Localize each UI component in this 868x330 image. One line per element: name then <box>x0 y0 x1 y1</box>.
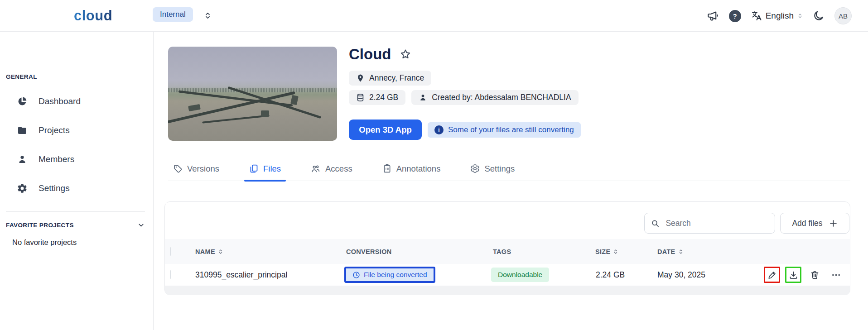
conversion-badge-highlight: File being converted <box>344 267 435 283</box>
column-header-tags[interactable]: TAGS <box>493 248 511 255</box>
people-icon <box>311 164 321 174</box>
sidebar-divider <box>6 211 145 212</box>
language-label: English <box>766 11 794 21</box>
tab-annotations[interactable]: Annotations <box>377 156 446 181</box>
tag-badge: Downloadable <box>491 268 549 282</box>
tab-label: Versions <box>187 164 219 174</box>
tab-bar: Versions Files Access Annotations Settin… <box>168 156 540 181</box>
add-files-label: Add files <box>792 219 822 228</box>
favorites-title: FAVORITE PROJECTS <box>6 222 74 229</box>
avatar[interactable]: AB <box>834 7 852 24</box>
table-row[interactable]: 310995_escalier_principal File being con… <box>165 264 850 286</box>
column-header-date[interactable]: DATE <box>657 248 684 255</box>
sidebar-item-label: Members <box>39 154 74 164</box>
favorites-section-header[interactable]: FAVORITE PROJECTS <box>6 221 145 229</box>
page-title: Cloud <box>349 46 391 63</box>
app-logo[interactable]: cloud <box>74 8 112 24</box>
size-label: 2.24 GB <box>369 93 398 102</box>
tab-label: Access <box>325 164 352 174</box>
tab-files[interactable]: Files <box>244 156 286 181</box>
help-icon[interactable]: ? <box>729 10 741 22</box>
star-icon[interactable] <box>400 48 411 62</box>
top-bar: cloud Internal ? English AB <box>0 0 868 32</box>
location-label: Annecy, France <box>369 73 424 83</box>
unfold-icon[interactable] <box>204 12 212 21</box>
location-pin-icon <box>356 74 365 82</box>
pie-chart-icon <box>17 96 28 107</box>
search-input[interactable] <box>665 219 768 228</box>
plus-icon <box>829 219 838 228</box>
moon-icon[interactable] <box>813 10 825 22</box>
tab-label: Files <box>263 164 281 174</box>
sidebar: GENERAL Dashboard Projects Members <box>0 32 154 330</box>
thumbnail-decoration <box>168 88 337 92</box>
download-icon[interactable] <box>785 267 801 283</box>
created-by-label: Created by: Abdessalam BENCHADLIA <box>432 93 571 102</box>
file-name[interactable]: 310995_escalier_principal <box>195 270 287 280</box>
gear-outline-icon <box>470 164 480 173</box>
more-icon[interactable] <box>828 267 844 283</box>
edit-icon[interactable] <box>764 267 780 283</box>
search-icon <box>651 219 659 228</box>
tab-label: Settings <box>484 164 515 174</box>
project-thumbnail[interactable] <box>168 47 337 141</box>
conversion-status-badge: File being converted <box>346 268 434 281</box>
sidebar-item-label: Dashboard <box>39 96 81 106</box>
row-checkbox[interactable] <box>170 270 171 279</box>
sidebar-item-label: Projects <box>39 125 70 135</box>
files-panel: Add files NAME CONVERSION TAGS SIZE DATE <box>164 201 850 295</box>
search-box <box>644 213 775 234</box>
megaphone-icon[interactable] <box>707 10 719 22</box>
app-window: cloud Internal ? English AB GENERAL <box>0 0 868 330</box>
unfold-icon <box>797 13 803 19</box>
size-badge: 2.24 GB <box>349 90 405 105</box>
column-header-size[interactable]: SIZE <box>595 248 618 255</box>
table-header: NAME CONVERSION TAGS SIZE DATE <box>165 239 850 264</box>
sidebar-item-members[interactable]: Members <box>0 145 153 174</box>
folder-icon <box>17 125 28 136</box>
select-all-checkbox[interactable] <box>170 247 171 256</box>
database-icon <box>356 93 365 102</box>
tab-access[interactable]: Access <box>306 156 357 181</box>
sort-icon <box>218 249 223 255</box>
open-3d-app-button[interactable]: Open 3D App <box>349 120 422 140</box>
chevron-down-icon <box>137 221 145 229</box>
info-icon: i <box>434 125 444 134</box>
clock-icon <box>352 271 360 279</box>
column-header-conversion[interactable]: CONVERSION <box>346 248 392 255</box>
gear-icon <box>17 183 28 194</box>
sidebar-section-general: GENERAL <box>6 73 37 80</box>
workspace-chip[interactable]: Internal <box>153 7 193 22</box>
conversion-status-label: File being converted <box>364 271 427 279</box>
sidebar-item-projects[interactable]: Projects <box>0 116 153 145</box>
file-size: 2.24 GB <box>596 270 625 280</box>
column-header-name[interactable]: NAME <box>195 248 223 255</box>
favorites-empty-text: No favorite projects <box>12 238 77 247</box>
language-selector[interactable]: English <box>751 10 803 21</box>
topbar-actions: ? English AB <box>707 0 852 32</box>
sidebar-item-dashboard[interactable]: Dashboard <box>0 87 153 116</box>
sidebar-nav: Dashboard Projects Members Settings <box>0 87 153 203</box>
location-badge: Annecy, France <box>349 71 431 86</box>
file-date: May 30, 2025 <box>657 270 705 280</box>
tab-versions[interactable]: Versions <box>168 156 224 181</box>
converting-notice: i Some of your files are still convertin… <box>428 122 581 138</box>
translate-icon <box>751 10 762 21</box>
clipboard-icon <box>382 164 392 173</box>
tab-label: Annotations <box>396 164 441 174</box>
table-scrollbar-track[interactable] <box>165 286 850 295</box>
sort-icon <box>613 249 618 255</box>
add-files-button[interactable]: Add files <box>780 213 849 234</box>
sort-icon <box>678 249 684 255</box>
files-icon <box>249 164 259 173</box>
person-icon <box>17 154 28 165</box>
row-actions <box>764 267 844 283</box>
tab-settings[interactable]: Settings <box>465 156 520 181</box>
sidebar-item-settings[interactable]: Settings <box>0 174 153 203</box>
converting-notice-text: Some of your files are still converting <box>448 125 574 134</box>
person-icon <box>419 93 427 102</box>
tag-icon <box>173 164 183 173</box>
trash-icon[interactable] <box>806 267 823 283</box>
sidebar-item-label: Settings <box>39 183 70 193</box>
created-by-badge: Created by: Abdessalam BENCHADLIA <box>411 90 578 105</box>
